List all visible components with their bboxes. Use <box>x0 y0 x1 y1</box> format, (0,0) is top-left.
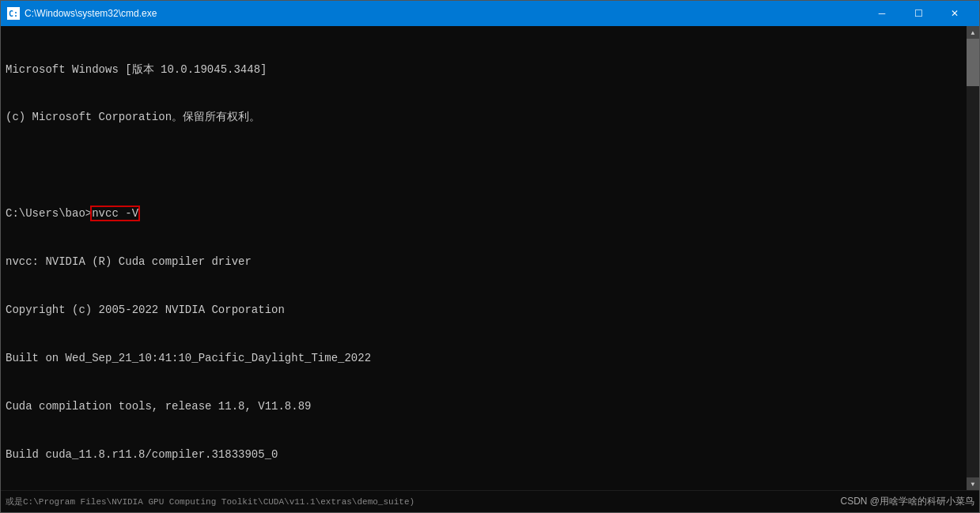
title-bar-text: C:\Windows\system32\cmd.exe <box>25 8 864 19</box>
console-line-2: (c) Microsoft Corporation。保留所有权利。 <box>6 109 962 125</box>
console-line-8: Build cuda_11.8.r11.8/compiler.31833905_… <box>6 447 962 462</box>
scrollbar-track[interactable] <box>967 39 979 477</box>
console-output[interactable]: Microsoft Windows [版本 10.0.19045.3448] (… <box>1 26 967 490</box>
cmd-window: C: C:\Windows\system32\cmd.exe ─ ☐ ✕ Mic… <box>0 0 980 513</box>
command-highlight-1: nvcc -V <box>92 207 138 220</box>
console-line-7: Cuda compilation tools, release 11.8, V1… <box>6 398 962 414</box>
console-line-6: Built on Wed_Sep_21_10:41:10_Pacific_Day… <box>6 350 962 366</box>
bottom-bar: 或是C:\Program Files\NVIDIA GPU Computing … <box>1 490 979 512</box>
console-line-3 <box>6 157 962 173</box>
minimize-button[interactable]: ─ <box>864 1 900 26</box>
restore-button[interactable]: ☐ <box>900 1 936 26</box>
console-area: Microsoft Windows [版本 10.0.19045.3448] (… <box>1 26 979 490</box>
scrollbar-up-arrow[interactable]: ▲ <box>967 26 979 39</box>
scrollbar-down-arrow[interactable]: ▼ <box>967 477 979 490</box>
console-line-1: Microsoft Windows [版本 10.0.19045.3448] <box>6 62 962 77</box>
title-bar: C: C:\Windows\system32\cmd.exe ─ ☐ ✕ <box>1 1 979 26</box>
window-controls: ─ ☐ ✕ <box>864 1 973 26</box>
command-text-1: nvcc -V <box>92 207 138 220</box>
window-icon: C: <box>7 7 20 20</box>
console-prompt-1: C:\Users\bao>nvcc -V <box>6 206 962 221</box>
scrollbar-thumb[interactable] <box>967 39 979 86</box>
scrollbar[interactable]: ▲ ▼ <box>967 26 979 490</box>
prompt-text-1: C:\Users\bao> <box>6 207 92 220</box>
watermark-text: CSDN @用啥学啥的科研小菜鸟 <box>840 495 974 508</box>
close-button[interactable]: ✕ <box>936 1 973 26</box>
bottom-path-text: 或是C:\Program Files\NVIDIA GPU Computing … <box>6 496 414 507</box>
console-line-4: nvcc: NVIDIA (R) Cuda compiler driver <box>6 254 962 270</box>
console-line-5: Copyright (c) 2005-2022 NVIDIA Corporati… <box>6 302 962 318</box>
